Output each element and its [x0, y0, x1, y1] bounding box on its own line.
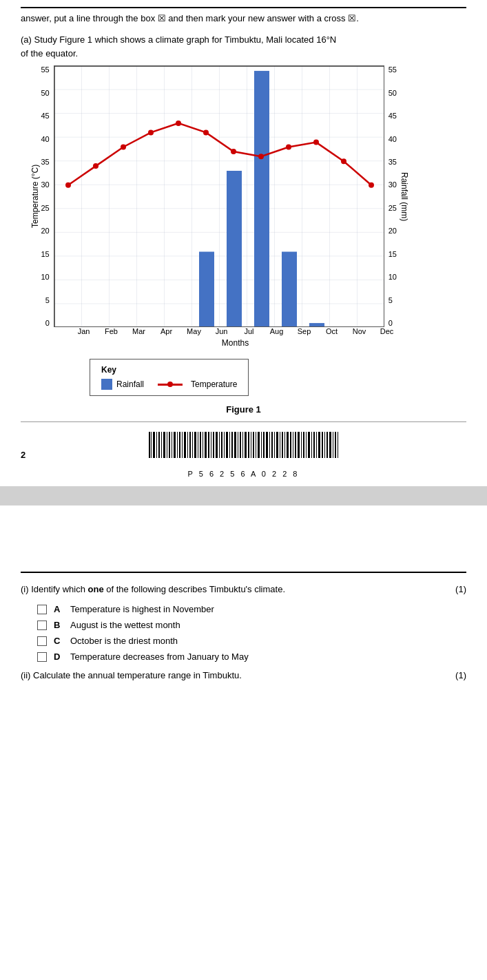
option-text-c: October is the driest month	[70, 636, 178, 646]
temp-dot-dec	[369, 183, 374, 188]
figure-label: Figure 1	[21, 404, 466, 415]
checkbox-b[interactable]	[37, 621, 47, 630]
svg-rect-62	[301, 432, 302, 458]
x-axis-labels: Jan Feb Mar Apr May Jun Jul Aug Sep Oct …	[70, 327, 401, 335]
option-c: C October is the driest month	[37, 636, 466, 646]
svg-rect-76	[338, 432, 338, 458]
svg-rect-58	[290, 432, 291, 458]
option-d: D Temperature decreases from January to …	[37, 651, 466, 662]
svg-rect-61	[298, 432, 300, 458]
svg-rect-23	[198, 432, 198, 458]
divider-1	[21, 421, 466, 422]
svg-rect-66	[311, 432, 312, 458]
bar-sep	[282, 252, 297, 328]
svg-rect-46	[258, 432, 260, 458]
svg-rect-1	[54, 66, 384, 327]
svg-rect-21	[192, 432, 193, 458]
svg-rect-33	[224, 432, 225, 458]
svg-rect-43	[251, 432, 251, 458]
svg-rect-4	[149, 432, 150, 458]
bar-oct	[309, 323, 324, 327]
chart-key: Key Rainfall Temperature	[55, 353, 466, 400]
svg-rect-34	[226, 432, 228, 458]
barcode-section: P 5 6 2 5 6 A 0 2 2 8	[147, 432, 340, 478]
svg-rect-26	[205, 432, 207, 458]
option-a: A Temperature is highest in November	[37, 604, 466, 614]
svg-rect-31	[219, 432, 220, 458]
section-divider	[21, 572, 466, 573]
svg-rect-71	[324, 432, 325, 458]
option-b: B August is the wettest month	[37, 620, 466, 630]
temp-dot-jul	[231, 149, 236, 154]
temp-dot-sep	[286, 145, 291, 150]
page-number-row: 2	[21, 429, 466, 481]
key-temperature-item: Temperature	[158, 379, 237, 389]
rainfall-swatch	[101, 379, 112, 390]
svg-rect-11	[167, 432, 167, 458]
checkbox-d[interactable]	[37, 652, 47, 662]
temperature-label: Temperature	[191, 379, 237, 389]
key-rainfall-item: Rainfall	[101, 379, 144, 390]
svg-rect-69	[318, 432, 320, 458]
svg-rect-59	[293, 432, 293, 458]
svg-rect-40	[242, 432, 243, 458]
svg-rect-54	[280, 432, 280, 458]
temp-dot-jan	[65, 183, 71, 188]
temp-dot-oct	[313, 140, 319, 145]
svg-rect-41	[245, 432, 247, 458]
svg-rect-42	[248, 432, 249, 458]
temp-dot-jun	[203, 130, 209, 136]
checkbox-c[interactable]	[37, 636, 47, 646]
svg-rect-65	[308, 432, 310, 458]
y-axis-right: 5550454035 3025201510 50	[384, 65, 397, 327]
checkbox-a[interactable]	[37, 605, 47, 614]
white-space-block	[21, 511, 466, 566]
mc-options: A Temperature is highest in November B A…	[37, 604, 466, 662]
svg-rect-74	[333, 432, 333, 458]
svg-rect-32	[221, 432, 222, 458]
svg-rect-15	[177, 432, 178, 458]
question-i-label: (i) Identify which	[21, 584, 88, 594]
question-ii-label: (ii) Calculate the annual temperature ra…	[21, 670, 242, 680]
svg-rect-8	[158, 432, 160, 458]
y-axis-left-label: Temperature (°C)	[30, 65, 40, 327]
svg-rect-35	[229, 432, 230, 458]
gray-band	[0, 486, 487, 505]
bar-jun	[199, 252, 214, 328]
question-i-rest: of the following describes Timbuktu's cl…	[104, 584, 285, 594]
svg-rect-75	[335, 432, 336, 458]
temp-dot-mar	[121, 145, 126, 150]
svg-rect-38	[238, 432, 238, 458]
svg-rect-30	[216, 432, 218, 458]
bar-jul	[227, 171, 242, 327]
svg-rect-68	[316, 432, 317, 458]
svg-rect-45	[256, 432, 256, 458]
svg-rect-64	[306, 432, 307, 458]
svg-rect-57	[287, 432, 289, 458]
svg-rect-22	[194, 432, 196, 458]
svg-rect-13	[172, 432, 172, 458]
svg-rect-55	[282, 432, 283, 458]
svg-rect-27	[208, 432, 209, 458]
svg-rect-48	[263, 432, 265, 458]
svg-rect-28	[211, 432, 211, 458]
option-letter-a: A	[54, 604, 63, 614]
svg-rect-12	[169, 432, 170, 458]
svg-rect-10	[163, 432, 165, 458]
svg-rect-9	[161, 432, 162, 458]
svg-rect-25	[203, 432, 203, 458]
svg-rect-37	[234, 432, 236, 458]
marks-ii: (1)	[455, 669, 466, 683]
question-a-label: (a) Study Figure 1 which shows a climate…	[21, 33, 466, 60]
svg-rect-73	[329, 432, 331, 458]
temp-dot-apr	[148, 130, 154, 136]
option-letter-c: C	[54, 636, 63, 646]
temp-dot-nov	[341, 158, 346, 164]
page-number: 2	[21, 450, 25, 460]
marks-1: (1)	[455, 583, 466, 597]
svg-rect-29	[213, 432, 214, 458]
svg-rect-52	[274, 432, 275, 458]
svg-rect-53	[276, 432, 278, 458]
svg-rect-14	[174, 432, 176, 458]
svg-rect-63	[303, 432, 304, 458]
